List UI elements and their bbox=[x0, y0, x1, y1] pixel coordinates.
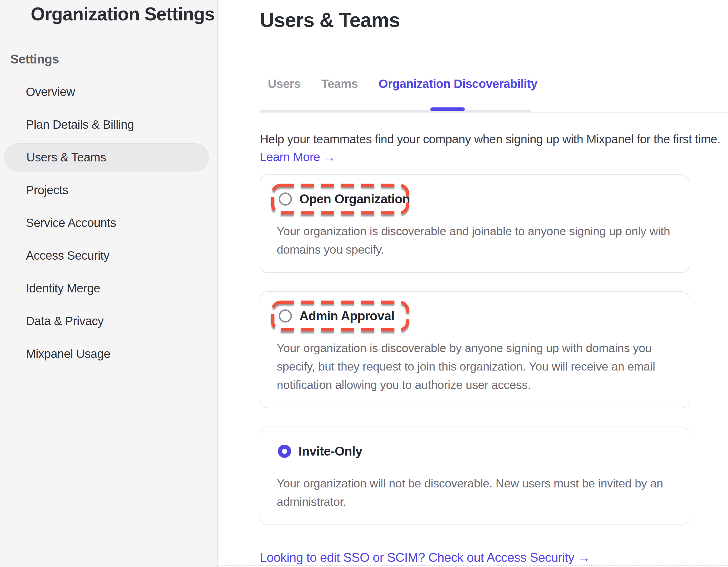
page: Organization Settings Settings Overview … bbox=[0, 0, 728, 567]
page-title: Users & Teams bbox=[260, 9, 728, 32]
sidebar-item-users-teams[interactable]: Users & Teams bbox=[4, 143, 209, 171]
tab-organization-discoverability[interactable]: Organization Discoverability bbox=[379, 76, 537, 113]
sidebar-nav: Overview Plan Details & Billing Users & … bbox=[0, 75, 217, 370]
bottom-crop-dotted-line bbox=[218, 565, 728, 566]
arrow-right-icon: → bbox=[578, 550, 590, 564]
option-title-admin-approval: Admin Approval bbox=[299, 309, 394, 323]
main-content: Users & Teams Users Teams Organization D… bbox=[218, 0, 728, 567]
radio-invite-only[interactable] bbox=[278, 445, 291, 458]
annotation-box-open-organization: Open Organization bbox=[271, 183, 409, 214]
option-row-invite-only: Invite-Only bbox=[271, 436, 689, 467]
sidebar-item-mixpanel-usage[interactable]: Mixpanel Usage bbox=[0, 338, 217, 370]
sidebar-section-label: Settings bbox=[10, 52, 217, 66]
option-description-invite-only: Your organization will not be discoverab… bbox=[277, 474, 679, 511]
option-card-admin-approval: Admin Approval Your organization is disc… bbox=[260, 291, 689, 408]
sidebar-item-access-security[interactable]: Access Security bbox=[0, 239, 217, 272]
sidebar-item-projects[interactable]: Projects bbox=[0, 174, 217, 206]
sidebar-item-data-privacy[interactable]: Data & Privacy bbox=[0, 305, 217, 338]
annotation-box-admin-approval: Admin Approval bbox=[271, 301, 409, 332]
footer-link-label: Looking to edit SSO or SCIM? Check out A… bbox=[260, 550, 574, 564]
footer-access-security-link[interactable]: Looking to edit SSO or SCIM? Check out A… bbox=[260, 549, 590, 566]
tab-bar: Users Teams Organization Discoverability bbox=[260, 69, 728, 113]
tab-baseline bbox=[260, 110, 531, 112]
tab-teams[interactable]: Teams bbox=[321, 76, 358, 113]
sidebar-item-overview[interactable]: Overview bbox=[0, 75, 217, 108]
option-title-open-organization: Open Organization bbox=[299, 192, 410, 206]
arrow-right-icon: → bbox=[323, 150, 335, 164]
sidebar: Organization Settings Settings Overview … bbox=[0, 0, 218, 567]
learn-more-link[interactable]: Learn More → bbox=[260, 149, 335, 165]
intro-text: Help your teammates find your company wh… bbox=[260, 131, 728, 148]
sidebar-item-identity-merge[interactable]: Identity Merge bbox=[0, 272, 217, 305]
option-card-invite-only: Invite-Only Your organization will not b… bbox=[260, 427, 689, 525]
option-description-open-organization: Your organization is discoverable and jo… bbox=[277, 222, 679, 259]
sidebar-item-plan-details-billing[interactable]: Plan Details & Billing bbox=[0, 108, 217, 141]
sidebar-title: Organization Settings bbox=[31, 3, 217, 25]
radio-admin-approval[interactable] bbox=[279, 310, 292, 323]
option-card-open-organization: Open Organization Your organization is d… bbox=[260, 174, 689, 273]
option-title-invite-only: Invite-Only bbox=[299, 444, 362, 458]
active-tab-indicator bbox=[430, 107, 465, 111]
radio-selected-dot bbox=[282, 449, 287, 454]
learn-more-label: Learn More bbox=[260, 150, 320, 164]
tab-users[interactable]: Users bbox=[268, 76, 301, 113]
radio-open-organization[interactable] bbox=[279, 192, 292, 206]
sidebar-item-service-accounts[interactable]: Service Accounts bbox=[0, 206, 217, 239]
option-description-admin-approval: Your organization is discoverable by any… bbox=[277, 339, 679, 394]
